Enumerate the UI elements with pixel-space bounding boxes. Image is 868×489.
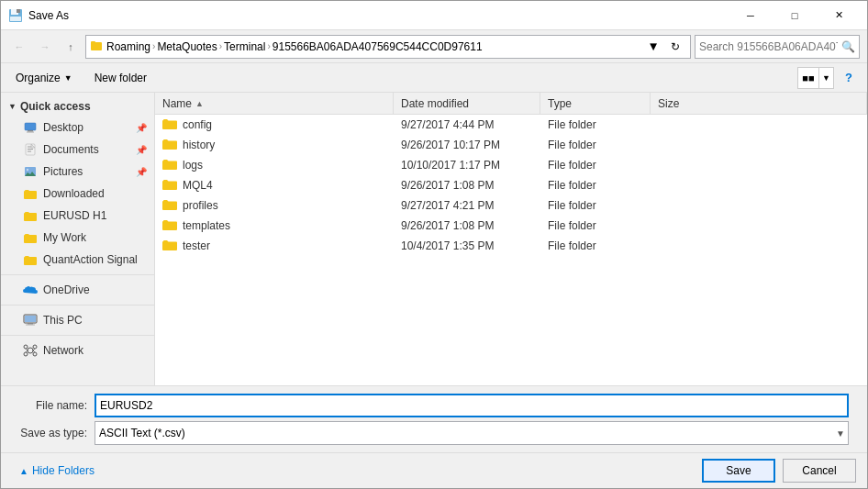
file-cell-date: 9/26/2017 1:08 PM <box>394 216 540 236</box>
sidebar-item-thispc-label: This PC <box>43 314 83 327</box>
pin-icon: 📌 <box>136 123 147 133</box>
file-cell-date: 10/4/2017 1:35 PM <box>394 236 540 256</box>
file-cell-size <box>651 135 867 155</box>
breadcrumb-metaquotes[interactable]: MetaQuotes <box>157 40 217 53</box>
search-input[interactable] <box>699 40 838 53</box>
file-cell-date: 9/26/2017 1:08 PM <box>394 175 540 195</box>
view-grid-icon: ■■ <box>802 72 814 83</box>
table-row[interactable]: history 9/26/2017 10:17 PM File folder <box>155 135 867 155</box>
table-row[interactable]: logs 10/10/2017 1:17 PM File folder <box>155 155 867 175</box>
sidebar-item-onedrive-label: OneDrive <box>43 283 90 296</box>
sidebar-item-downloaded[interactable]: Downloaded <box>1 183 154 205</box>
address-bar[interactable]: Roaming › MetaQuotes › Terminal › 915566… <box>85 35 691 59</box>
file-list-body: config 9/27/2017 4:44 PM File folder his… <box>155 115 867 385</box>
pin-icon-docs: 📌 <box>136 145 147 155</box>
help-button[interactable]: ? <box>838 67 860 89</box>
file-cell-type: File folder <box>540 115 651 135</box>
breadcrumb-terminal[interactable]: Terminal <box>224 40 265 53</box>
view-button[interactable]: ■■ <box>797 67 819 89</box>
save-as-dialog: Save As ─ □ ✕ ← → ↑ Roaming › MetaQuotes… <box>0 0 868 489</box>
save-button[interactable]: Save <box>702 459 775 483</box>
file-name: MQL4 <box>183 179 213 192</box>
search-icon: 🔍 <box>841 40 855 53</box>
sort-arrow-icon: ▲ <box>195 99 204 108</box>
file-cell-type: File folder <box>540 155 651 175</box>
minimize-button[interactable]: ─ <box>729 1 772 30</box>
file-name: tester <box>183 239 210 252</box>
file-name: config <box>183 118 212 131</box>
hide-folders-button[interactable]: ▲ Hide Folders <box>12 461 102 481</box>
file-cell-date: 9/26/2017 10:17 PM <box>394 135 540 155</box>
title-bar-left: Save As <box>8 8 69 23</box>
sidebar-item-desktop[interactable]: Desktop 📌 <box>1 117 154 139</box>
file-list-header: Name ▲ Date modified Type Size <box>155 93 867 115</box>
svg-rect-16 <box>25 316 36 322</box>
table-row[interactable]: config 9/27/2017 4:44 PM File folder <box>155 115 867 135</box>
file-cell-name: history <box>155 135 394 155</box>
up-button[interactable]: ↑ <box>60 36 82 58</box>
cancel-button[interactable]: Cancel <box>783 459 856 483</box>
filename-input[interactable] <box>95 394 849 417</box>
sidebar-item-documents[interactable]: Documents 📌 <box>1 139 154 161</box>
save-label: Save <box>726 464 751 477</box>
back-button[interactable]: ← <box>8 36 30 58</box>
svg-point-20 <box>24 345 28 349</box>
savetype-select[interactable]: ASCII Text (*.csv) <box>95 421 849 445</box>
sidebar-item-network-label: Network <box>43 344 83 357</box>
filename-row: File name: <box>12 394 856 417</box>
dialog-title: Save As <box>28 9 69 22</box>
sidebar-item-eurusd-label: EURUSD H1 <box>43 209 106 222</box>
close-button[interactable]: ✕ <box>818 1 860 30</box>
sidebar-item-thispc[interactable]: This PC <box>1 309 154 331</box>
column-header-name[interactable]: Name ▲ <box>155 93 394 114</box>
onedrive-icon <box>23 283 38 297</box>
table-row[interactable]: MQL4 9/26/2017 1:08 PM File folder <box>155 175 867 195</box>
file-list: Name ▲ Date modified Type Size <box>155 93 867 385</box>
maximize-button[interactable]: □ <box>773 1 816 30</box>
sidebar-item-eurusd[interactable]: EURUSD H1 <box>1 205 154 227</box>
file-cell-name: profiles <box>155 195 394 216</box>
table-row[interactable]: templates 9/26/2017 1:08 PM File folder <box>155 216 867 236</box>
savetype-row: Save as type: ASCII Text (*.csv) ▼ <box>12 421 856 445</box>
column-type-label: Type <box>548 97 572 110</box>
title-controls: ─ □ ✕ <box>729 1 860 30</box>
breadcrumb-roaming[interactable]: Roaming <box>106 40 150 53</box>
table-row[interactable]: profiles 9/27/2017 4:21 PM File folder <box>155 195 867 216</box>
view-dropdown-button[interactable]: ▼ <box>819 67 834 89</box>
column-header-size[interactable]: Size <box>651 93 867 114</box>
column-header-date[interactable]: Date modified <box>394 93 540 114</box>
refresh-button[interactable]: ↻ <box>664 36 686 58</box>
forward-button[interactable]: → <box>34 36 56 58</box>
table-row[interactable]: tester 10/4/2017 1:35 PM File folder <box>155 236 867 256</box>
address-bar-folder-icon <box>90 39 103 54</box>
file-cell-name: tester <box>155 236 394 256</box>
new-folder-button[interactable]: New folder <box>87 67 154 89</box>
sidebar-item-pictures[interactable]: Pictures 📌 <box>1 161 154 183</box>
svg-rect-18 <box>26 325 35 326</box>
pin-icon-pics: 📌 <box>136 167 147 177</box>
svg-rect-17 <box>28 323 33 325</box>
folder-icon <box>162 218 177 233</box>
svg-point-23 <box>33 352 37 356</box>
breadcrumb-guid[interactable]: 915566BA06ADA407569C544CC0D97611 <box>273 40 483 53</box>
address-dropdown-button[interactable]: ▼ <box>646 36 661 58</box>
organize-button[interactable]: Organize ▼ <box>8 67 80 89</box>
sidebar-item-quantaction[interactable]: QuantAction Signal <box>1 249 154 271</box>
sidebar: ▼ Quick access Desktop 📌 Documents 📌 <box>1 93 155 385</box>
svg-point-19 <box>28 348 33 353</box>
folder-mywork-icon <box>23 230 38 245</box>
file-cell-name: templates <box>155 216 394 236</box>
folder-icon <box>162 138 177 152</box>
sidebar-item-mywork[interactable]: My Work <box>1 227 154 249</box>
svg-rect-9 <box>26 144 35 155</box>
file-name: profiles <box>183 199 218 212</box>
file-cell-size <box>651 195 867 216</box>
folder-icon <box>162 158 177 172</box>
sidebar-item-network[interactable]: Network <box>1 339 154 361</box>
column-header-type[interactable]: Type <box>540 93 651 114</box>
sidebar-item-pictures-label: Pictures <box>43 165 83 178</box>
sidebar-item-onedrive[interactable]: OneDrive <box>1 279 154 301</box>
folder-downloaded-icon <box>23 186 38 201</box>
quick-access-header[interactable]: ▼ Quick access <box>1 96 154 117</box>
quick-access-label: Quick access <box>20 100 91 113</box>
